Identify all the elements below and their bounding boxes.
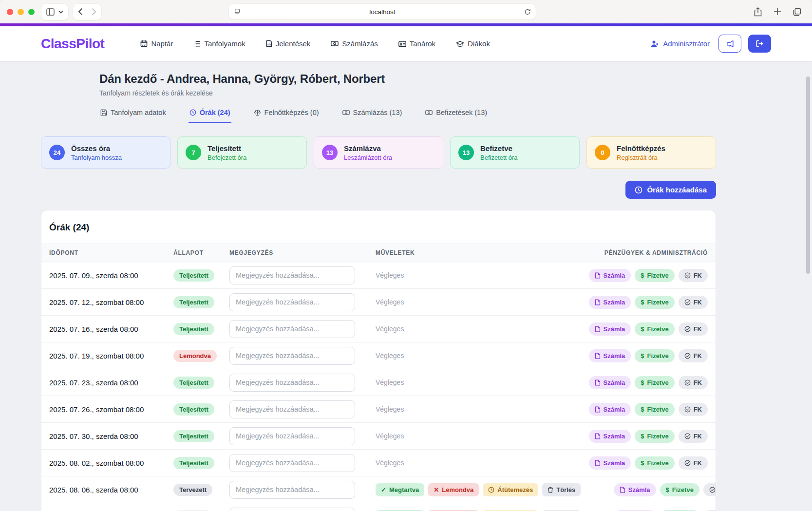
final-label: Végleges <box>376 379 404 386</box>
fk-badge[interactable]: FK <box>679 322 708 336</box>
paid-badge[interactable]: $Fizetve <box>635 296 674 309</box>
logout-button[interactable] <box>748 35 771 53</box>
back-button[interactable] <box>78 8 83 16</box>
note-input[interactable] <box>229 427 355 445</box>
invoice-badge[interactable]: Számla <box>589 456 631 470</box>
note-input[interactable] <box>229 347 355 365</box>
paid-badge[interactable]: $Fizetve <box>635 430 674 443</box>
user-menu[interactable]: Adminisztrátor <box>650 39 710 48</box>
trash-icon <box>548 487 553 493</box>
clock-icon <box>488 487 494 493</box>
stat-title: Teljesített <box>208 144 246 152</box>
add-lessons-button[interactable]: Órák hozzáadása <box>625 181 716 199</box>
paid-badge[interactable]: $Fizetve <box>635 403 674 416</box>
lessons-table: Órák (24) IDŐPONT ÁLLAPOT MEGJEGYZÉS MŰV… <box>41 210 716 511</box>
lesson-datetime: 2025. 07. 23., szerda 08:00 <box>49 379 173 387</box>
col-muveletek: MŰVELETEK <box>376 249 556 256</box>
new-tab-icon[interactable] <box>774 8 781 16</box>
stats-row: 24 Összes óra Tanfolyam hossza 7 Teljesí… <box>41 136 716 169</box>
fk-badge[interactable]: FK <box>679 430 708 443</box>
reload-icon[interactable] <box>524 8 531 16</box>
browser-toolbar: localhost <box>0 0 812 23</box>
status-badge: Teljesített <box>173 403 214 416</box>
status-badge: Teljesített <box>173 430 214 442</box>
zoom-window-button[interactable] <box>28 9 35 15</box>
brand-logo: ClassPilot <box>41 36 104 52</box>
note-input[interactable] <box>229 293 355 311</box>
tab-befizetesek[interactable]: Befizetések (13) <box>424 109 488 123</box>
tab-szamlazas[interactable]: Számlázás (13) <box>341 109 403 123</box>
paid-badge[interactable]: $Fizetve <box>635 322 674 336</box>
tab-label: Tanfolyam adatok <box>111 109 166 116</box>
stat-value: 24 <box>49 145 65 160</box>
document-icon <box>595 272 601 279</box>
scrollbar-thumb[interactable] <box>806 76 810 274</box>
minimize-window-button[interactable] <box>18 9 24 15</box>
sidebar-toggle[interactable] <box>41 4 68 20</box>
nav-item-diakok[interactable]: Diákok <box>456 39 490 48</box>
stat-value: 13 <box>458 145 474 160</box>
note-input[interactable] <box>229 400 355 418</box>
note-input[interactable] <box>229 481 355 499</box>
stat-card-osszes-ora: 24 Összes óra Tanfolyam hossza <box>41 136 170 169</box>
fk-badge[interactable]: FK <box>679 403 708 416</box>
cancel-button[interactable]: ✕Lemondva <box>428 483 479 496</box>
note-input[interactable] <box>229 508 355 511</box>
address-bar[interactable]: localhost <box>229 4 536 19</box>
tab-felnottkepzes[interactable]: Felnőttképzés (0) <box>253 109 320 123</box>
invoice-badge[interactable]: Számla <box>589 296 631 309</box>
invoice-badge[interactable]: Számla <box>589 403 631 416</box>
paid-badge[interactable]: $Fizetve <box>635 269 674 282</box>
note-input[interactable] <box>229 320 355 338</box>
paid-badge[interactable]: $Fizetve <box>660 483 699 496</box>
paid-badge[interactable]: $Fizetve <box>635 376 674 389</box>
fk-badge[interactable]: FK <box>679 456 708 470</box>
note-input[interactable] <box>229 374 355 392</box>
invoice-badge[interactable]: Számla <box>614 483 656 496</box>
fk-badge[interactable]: FK <box>679 349 708 362</box>
tab-overview-icon[interactable] <box>793 8 801 16</box>
stat-card-teljesitett: 7 Teljesített Befejezett óra <box>177 136 307 169</box>
invoice-badge[interactable]: Számla <box>589 322 631 336</box>
note-input[interactable] <box>229 266 355 284</box>
tab-tanfolyam-adatok[interactable]: Tanfolyam adatok <box>99 109 167 123</box>
nav-item-jelentesek[interactable]: Jelentések <box>266 39 311 48</box>
megaphone-icon <box>726 39 735 48</box>
keep-button[interactable]: ✓Megtartva <box>376 483 424 496</box>
nav-item-naptar[interactable]: Naptár <box>140 39 173 48</box>
reschedule-button[interactable]: Átütemezés <box>483 483 538 496</box>
invoice-badge[interactable]: Számla <box>589 269 631 282</box>
main-nav: Naptár Tanfolyamok Jelentések Számlázás … <box>140 39 490 48</box>
fk-badge[interactable]: FK <box>703 483 716 496</box>
dollar-icon: $ <box>641 352 644 360</box>
announcements-button[interactable] <box>718 35 741 53</box>
invoice-badge[interactable]: Számla <box>589 430 631 443</box>
fk-badge[interactable]: FK <box>679 269 708 282</box>
nav-label: Diákok <box>468 39 490 48</box>
document-icon <box>595 460 601 466</box>
nav-item-tanfolyamok[interactable]: Tanfolyamok <box>193 39 245 48</box>
delete-button[interactable]: Törlés <box>542 483 581 496</box>
check-circle-icon <box>684 272 691 279</box>
tab-orak[interactable]: Órák (24) <box>189 109 231 123</box>
invoice-badge[interactable]: Számla <box>589 349 631 362</box>
nav-item-tanarok[interactable]: Tanárok <box>398 39 435 48</box>
stat-value: 13 <box>322 145 338 160</box>
col-penzugyek: PÉNZÜGYEK & ADMINISZTRÁCIÓ <box>556 249 708 256</box>
table-row: 2025. 08. 06., szerda 08:00 Tervezett ✓M… <box>41 476 716 503</box>
close-window-button[interactable] <box>7 9 13 15</box>
share-icon[interactable] <box>754 7 762 17</box>
page-subtitle: Tanfolyam részletek és órák kezelése <box>99 89 658 97</box>
fk-badge[interactable]: FK <box>679 376 708 389</box>
paid-badge[interactable]: $Fizetve <box>635 456 674 470</box>
paid-badge[interactable]: $Fizetve <box>635 349 674 362</box>
status-badge: Teljesített <box>173 377 214 389</box>
fk-badge[interactable]: FK <box>679 296 708 309</box>
stat-subtitle: Befejezett óra <box>208 154 246 161</box>
col-megjegyzes: MEGJEGYZÉS <box>229 249 376 256</box>
forward-button[interactable] <box>92 8 96 16</box>
note-input[interactable] <box>229 454 355 472</box>
invoice-badge[interactable]: Számla <box>589 376 631 389</box>
dollar-icon: $ <box>641 325 644 333</box>
nav-item-szamlazas[interactable]: Számlázás <box>331 39 378 48</box>
